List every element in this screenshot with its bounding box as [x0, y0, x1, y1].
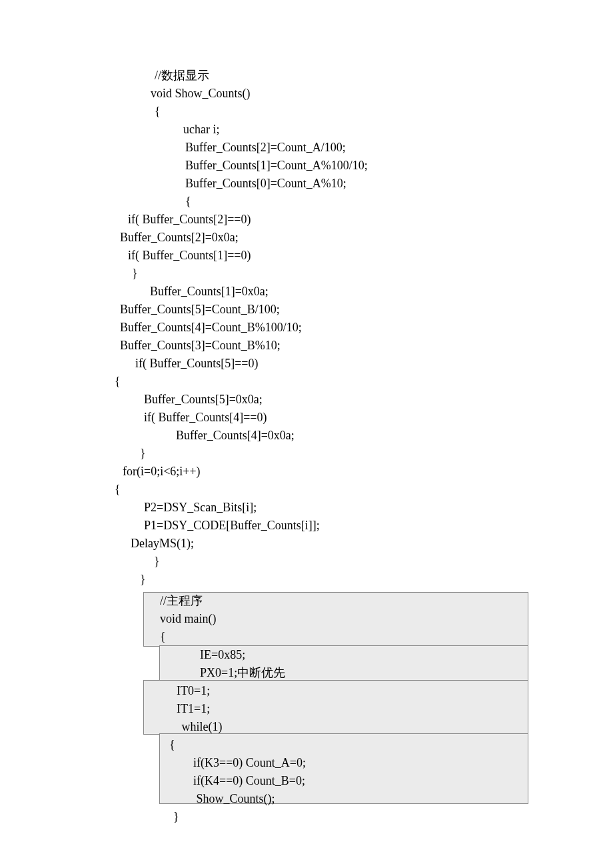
code-line: if( Buffer_Counts[2]==0): [0, 211, 613, 229]
code-line: {: [0, 373, 613, 391]
code-line: Buffer_Counts[5]=0x0a;: [0, 391, 613, 409]
code-line: uchar i;: [0, 121, 613, 139]
code-line: P1=DSY_CODE[Buffer_Counts[i]];: [0, 517, 613, 535]
code-line: if(K3==0) Count_A=0;: [0, 754, 613, 772]
code-line: Buffer_Counts[4]=0x0a;: [0, 427, 613, 445]
code-line: for(i=0;i<6;i++): [0, 463, 613, 481]
code-line: {: [0, 193, 613, 211]
code-line: Buffer_Counts[2]=Count_A/100;: [0, 139, 613, 157]
code-line: void Show_Counts(): [0, 85, 613, 103]
code-line: if( Buffer_Counts[5]==0): [0, 355, 613, 373]
code-line: PX0=1;中断优先: [0, 664, 613, 682]
code-line: if( Buffer_Counts[4]==0): [0, 409, 613, 427]
code-line: //主程序: [0, 592, 613, 610]
code-line: {: [0, 103, 613, 121]
code-line: Buffer_Counts[1]=0x0a;: [0, 283, 613, 301]
code-line: IE=0x85;: [0, 646, 613, 664]
code-line: }: [0, 808, 613, 826]
code-page: //数据显示 void Show_Counts() { uchar i; Buf…: [0, 0, 613, 826]
code-line: }: [0, 445, 613, 463]
code-line: Buffer_Counts[3]=Count_B%10;: [0, 337, 613, 355]
code-line: }: [0, 265, 613, 283]
code-line: void main(): [0, 610, 613, 628]
code-line: if(K4==0) Count_B=0;: [0, 772, 613, 790]
code-line: while(1): [0, 718, 613, 736]
code-line: Buffer_Counts[5]=Count_B/100;: [0, 301, 613, 319]
code-line: IT1=1;: [0, 700, 613, 718]
code-line: {: [0, 481, 613, 499]
code-line: Buffer_Counts[2]=0x0a;: [0, 229, 613, 247]
code-line: {: [0, 628, 613, 646]
code-line: Buffer_Counts[1]=Count_A%100/10;: [0, 157, 613, 175]
code-line: Show_Counts();: [0, 790, 613, 808]
code-line: //数据显示: [0, 67, 613, 85]
code-line: IT0=1;: [0, 682, 613, 700]
code-line: {: [0, 736, 613, 754]
code-line: if( Buffer_Counts[1]==0): [0, 247, 613, 265]
code-line: }: [0, 553, 613, 571]
code-line: DelayMS(1);: [0, 535, 613, 553]
code-line: }: [0, 571, 613, 589]
function-show-counts: //数据显示 void Show_Counts() { uchar i; Buf…: [0, 67, 613, 589]
function-main-block: //主程序 void main() { IE=0x85; PX0=1;中断优先 …: [0, 592, 613, 826]
code-line: Buffer_Counts[0]=Count_A%10;: [0, 175, 613, 193]
code-line: P2=DSY_Scan_Bits[i];: [0, 499, 613, 517]
code-line: Buffer_Counts[4]=Count_B%100/10;: [0, 319, 613, 337]
